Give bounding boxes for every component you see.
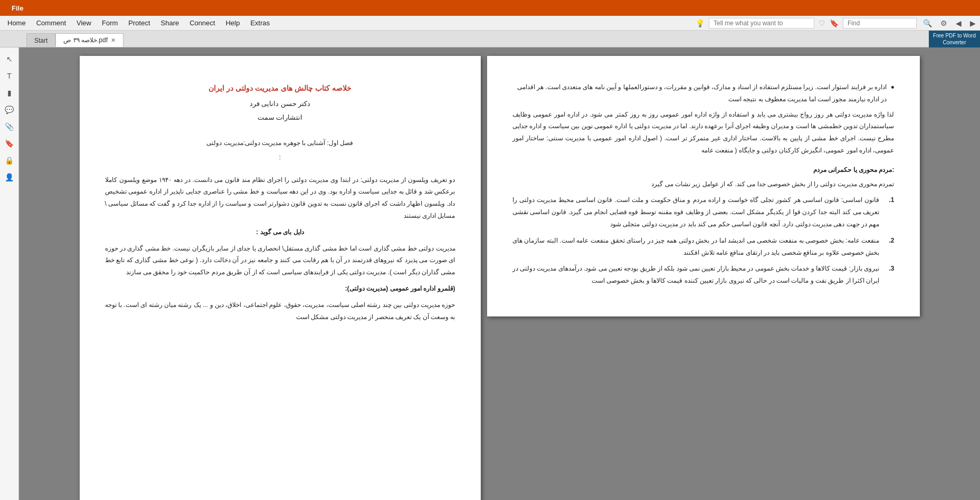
- settings-button[interactable]: ⚙: [938, 18, 949, 28]
- forward-button[interactable]: ▶: [968, 18, 978, 28]
- menu-form[interactable]: Form: [97, 17, 123, 29]
- right-section-para-1: تمردم محوری مدیریت دولتی را از بخش خصوصی…: [512, 178, 895, 190]
- tab-bar: Start خلاصه ۳۹ ص.pdf ✕ Free PDF to Word …: [0, 31, 980, 47]
- menu-view[interactable]: View: [71, 17, 97, 29]
- sidebar-text-icon[interactable]: T: [2, 69, 17, 83]
- num-2: 2.: [884, 235, 895, 259]
- lightbulb-icon: 💡: [696, 19, 705, 27]
- sidebar-comment-icon[interactable]: 💬: [2, 102, 17, 117]
- left-para-0: دو تعریف ویلسون از مدیریت دولتی: در ابتد…: [105, 174, 455, 222]
- sidebar-cursor-icon[interactable]: ↖: [2, 52, 17, 66]
- sidebar-person-icon[interactable]: 👤: [2, 170, 17, 185]
- tab-pdf[interactable]: خلاصه ۳۹ ص.pdf ✕: [55, 33, 123, 47]
- title-bar: File: [0, 0, 980, 16]
- tab-close-icon[interactable]: ✕: [111, 37, 116, 44]
- right-num-text-3: نیروی بازار: قیمت کالاها و خدمات بخش عمو…: [512, 263, 880, 287]
- find-input[interactable]: [843, 18, 917, 28]
- sidebar-highlight-icon[interactable]: ▮: [2, 85, 17, 100]
- right-section-header-0: :مردم محوری یا حکمرانی مردم: [512, 164, 895, 176]
- bullet-dot: •: [891, 81, 894, 105]
- left-para-1: دایل بای می گوید :: [105, 226, 455, 238]
- left-para-3: (قلمرو اداره امور عمومی (مدیریت دولتی):: [105, 283, 455, 295]
- back-button[interactable]: ◀: [954, 18, 964, 28]
- search-area: 💡 ♡ 🔖 🔍 ⚙ ◀ ▶: [696, 18, 978, 28]
- right-main-para: لذا واژه مدیریت دولتی هر روز رواج بیشتری…: [512, 109, 895, 157]
- page-publisher: انتشارات سمت: [105, 111, 455, 124]
- num-3: 3.: [884, 263, 895, 287]
- page-author: دکتر حسن دانایی فرد: [105, 98, 455, 111]
- right-numbered-1: 1. قانون اساسی: قانون اساسی هر کشور تجلی…: [512, 194, 895, 230]
- page-title: خلاصه کتاب چالش های مدیریت دولتی در ایرا…: [105, 81, 455, 95]
- right-numbered-3: 3. نیروی بازار: قیمت کالاها و خدمات بخش …: [512, 263, 895, 287]
- main-area: ↖ T ▮ 💬 📎 🔖 🔒 👤 خلاصه کتاب چالش های مدیر…: [0, 47, 980, 500]
- pdf-page-right: • اداره بر فرایند استوار است. زیرا مستلز…: [487, 56, 920, 316]
- bookmark-icon: 🔖: [830, 19, 839, 27]
- sidebar-lock-icon[interactable]: 🔒: [2, 153, 17, 168]
- tab-start-label: Start: [34, 37, 47, 44]
- right-num-text-2: منفعت عامه: بخش خصوصی به منفعت شخصی می ا…: [512, 235, 880, 259]
- badge-line1: Free PDF to Word: [933, 32, 976, 39]
- pdf-page-left: خلاصه کتاب چالش های مدیریت دولتی در ایرا…: [80, 56, 481, 500]
- menu-help[interactable]: Help: [221, 17, 245, 29]
- sidebar-paperclip-icon[interactable]: 📎: [2, 119, 17, 134]
- right-numbered-2: 2. منفعت عامه: بخش خصوصی به منفعت شخصی م…: [512, 235, 895, 259]
- num-1: 1.: [884, 194, 895, 230]
- menu-home[interactable]: Home: [2, 17, 31, 29]
- right-bullet-item: • اداره بر فرایند استوار است. زیرا مستلز…: [512, 81, 895, 105]
- file-menu-button[interactable]: File: [4, 2, 31, 14]
- left-sidebar: ↖ T ▮ 💬 📎 🔖 🔒 👤: [0, 47, 19, 500]
- tab-start[interactable]: Start: [26, 33, 55, 47]
- pdf-to-word-badge: Free PDF to Word Converter: [929, 31, 980, 47]
- menu-connect[interactable]: Connect: [184, 17, 220, 29]
- tell-me-input[interactable]: [709, 18, 814, 28]
- menu-bar: Home Comment View Form Protect Share Con…: [0, 16, 980, 31]
- chapter-colon: :: [105, 151, 455, 164]
- left-para-2: مدیریت دولتی خط مشی گذاری است اما خط مشی…: [105, 243, 455, 278]
- right-num-text-1: قانون اساسی: قانون اساسی هر کشور تجلی گا…: [512, 194, 880, 230]
- left-para-4: حوزه مدیریت دولتی بین چند رشته اصلی سیاس…: [105, 299, 455, 323]
- tab-pdf-label: خلاصه ۳۹ ص.pdf: [63, 36, 108, 44]
- find-search-button[interactable]: 🔍: [921, 18, 934, 28]
- menu-protect[interactable]: Protect: [123, 17, 155, 29]
- pdf-viewer: خلاصه کتاب چالش های مدیریت دولتی در ایرا…: [19, 47, 980, 500]
- sidebar-stamp-icon[interactable]: 🔖: [2, 136, 17, 151]
- heart-icon: ♡: [819, 19, 825, 27]
- menu-comment[interactable]: Comment: [31, 17, 71, 29]
- badge-line2: Converter: [933, 39, 976, 46]
- menu-share[interactable]: Share: [156, 17, 185, 29]
- chapter-title: فصل اول: آشنایی با جوهره مدیریت دولتی:مد…: [105, 137, 455, 149]
- menu-extras[interactable]: Extras: [245, 17, 275, 29]
- right-bullet-text: اداره بر فرایند استوار است. زیرا مستلزم …: [512, 81, 887, 105]
